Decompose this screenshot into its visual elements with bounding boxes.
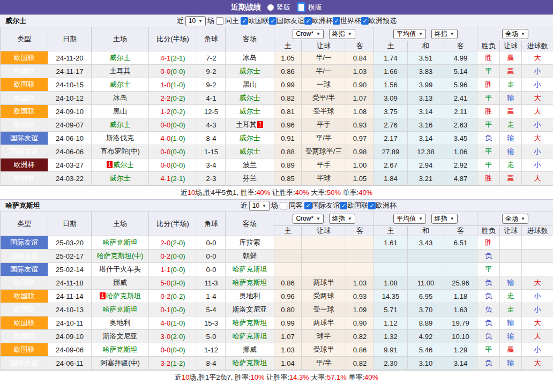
score-cell: 2-2(0-2) (149, 92, 197, 105)
league-checkbox[interactable]: ✓ (241, 17, 248, 25)
avg-away-odds: 1.29 (444, 343, 477, 357)
result-handicap: 赢 (500, 65, 522, 78)
score-cell: 0-0(0-0) (149, 159, 197, 172)
league-checkbox-label: 欧洲杯 (376, 201, 397, 210)
col-header-type: 类型 (1, 212, 48, 236)
sub-header-outcome: 胜负 (477, 41, 500, 51)
match-row: 欧国联 24-11-14 1哈萨克斯坦 0-2(0-2) 1-4 奥地利 0.9… (1, 290, 553, 303)
odds-handicap-line: 两球半 (302, 316, 346, 330)
league-type-cell: 欧国联 (1, 78, 48, 92)
same-venue-checkbox[interactable] (280, 202, 287, 209)
match-row: 国际友谊 24-06-10 斯洛伐克 4-0(1-0) 8-4 威尔士 0.91… (1, 132, 553, 145)
league-checkbox[interactable]: ✓ (304, 17, 312, 25)
near-label: 近 (241, 201, 248, 210)
result-goals: 大 (522, 132, 553, 145)
filters-bar: 近 10▼ 场 同主 ✓欧国联✓国际友谊✓欧洲杯✓世界杯✓欧洲预选 (177, 16, 553, 26)
away-team: 威尔士 (226, 105, 274, 118)
odds-source-select[interactable]: Crow*▼ (293, 29, 324, 39)
result-goals: 大 (522, 105, 553, 118)
layout-radio-horizontal[interactable]: 横版 (297, 2, 322, 12)
home-team: 斯洛文尼亚 (92, 330, 149, 343)
score-cell: 0-1(0-0) (149, 303, 197, 316)
odds-home: 1.07 (274, 330, 302, 343)
rank-1-badge: 1 (257, 121, 263, 128)
odds-handicap-line: 半/一 (302, 51, 346, 65)
avg-away-odds (444, 250, 477, 263)
corner-cell: 5-4 (197, 303, 226, 316)
recent-count-select[interactable]: 10▼ (185, 16, 206, 26)
odds-handicap-line: 受两球 (302, 290, 346, 303)
avg-source-select[interactable]: 平均值▼ (393, 29, 426, 39)
league-checkbox[interactable]: ✓ (269, 17, 276, 25)
col-header-date: 日期 (48, 212, 92, 236)
odds-home: 0.89 (274, 159, 302, 172)
same-venue-checkbox[interactable] (216, 17, 223, 25)
odds-home: 1.05 (274, 51, 302, 65)
corner-cell: 7-2 (197, 51, 226, 65)
odds-away: 1.00 (346, 159, 374, 172)
result-goals: 大 (522, 357, 553, 370)
away-team: 威尔士 (226, 132, 274, 145)
away-team: 波兰 (226, 159, 274, 172)
odds-handicap-line (302, 236, 346, 250)
odds-home: 0.80 (274, 303, 302, 316)
odds-kind-select[interactable]: 终指▼ (329, 29, 355, 39)
result-handicap: 输 (500, 132, 522, 145)
odds-away: 0.84 (346, 51, 374, 65)
league-checkbox[interactable]: ✓ (368, 202, 376, 209)
score-cell: 0-0(0-0) (149, 343, 197, 357)
sub-header-avg-home: 主 (374, 41, 408, 51)
league-checkbox[interactable]: ✓ (361, 17, 369, 25)
league-checkbox[interactable]: ✓ (304, 202, 312, 209)
match-row: 欧国联 24-11-17 土耳其 0-0(0-0) 9-2 威尔士 0.86 半… (1, 65, 553, 78)
avg-home-odds: 1.08 (374, 276, 408, 290)
home-team: 1哈萨克斯坦 (92, 290, 149, 303)
sub-header-goals: 进球数 (522, 226, 553, 236)
match-date: 24-10-15 (48, 78, 92, 92)
league-checkbox-label: 欧洲预选 (369, 16, 397, 26)
scope-select[interactable]: 全场▼ (502, 214, 528, 224)
result-handicap: 输 (500, 316, 522, 330)
radio-icon[interactable] (267, 4, 274, 11)
match-date: 24-03-22 (48, 172, 92, 185)
match-date: 24-11-17 (48, 65, 92, 78)
league-filter-group: ✓国际友谊✓欧国联✓欧洲杯 (304, 201, 397, 210)
home-team: 冰岛 (92, 92, 149, 105)
radio-icon-selected[interactable] (297, 2, 305, 12)
odds-home: 1.03 (274, 343, 302, 357)
odds-handicap-line (302, 263, 346, 276)
score-cell: 0-2(0-2) (149, 290, 197, 303)
avg-source-select[interactable]: 平均值▼ (393, 214, 426, 224)
match-row: 欧国联 24-09-10 黑山 1-2(0-2) 12-5 威尔士 0.81 受… (1, 105, 553, 118)
avg-away-odds: 1.06 (444, 145, 477, 159)
home-team: 威尔士 (92, 172, 149, 185)
odds-home (274, 236, 302, 250)
result-handicap: 走 (500, 303, 522, 316)
score-cell: 1-0(1-0) (149, 78, 197, 92)
league-type-cell: 欧国联 (1, 330, 48, 343)
odds-handicap-line: 受球半 (302, 343, 346, 357)
scope-select[interactable]: 全场▼ (502, 29, 528, 39)
result-outcome: 负 (477, 316, 500, 330)
result-goals: 小 (522, 65, 553, 78)
layout-radio-vertical[interactable]: 竖版 (267, 3, 290, 12)
avg-kind-select[interactable]: 终指▼ (431, 29, 458, 39)
odds-kind-select[interactable]: 终指▼ (329, 214, 355, 224)
score-cell: 1-2(0-2) (149, 105, 197, 118)
result-handicap: 赢 (500, 105, 522, 118)
match-row: 欧国联 24-11-20 威尔士 4-1(2-1) 7-2 冰岛 1.05 半/… (1, 51, 553, 65)
avg-kind-select[interactable]: 终指▼ (431, 214, 458, 224)
home-team: 斯洛伐克 (92, 132, 149, 145)
result-handicap: 输 (500, 330, 522, 343)
league-checkbox[interactable]: ✓ (340, 202, 347, 209)
league-checkbox[interactable]: ✓ (333, 17, 340, 25)
result-goals: 大 (522, 51, 553, 65)
avg-home-odds: 2.30 (374, 357, 408, 370)
match-date: 25-03-20 (48, 236, 92, 250)
away-team: 哈萨克斯坦 (226, 263, 274, 276)
odds-group-header: Crow*▼ 终指▼ (274, 27, 374, 41)
recent-count-select[interactable]: 10▼ (249, 201, 270, 211)
odds-source-select[interactable]: Crow*▼ (293, 214, 324, 224)
avg-home-odds: 2.67 (374, 159, 408, 172)
team-section-kazakhstan: 哈萨克斯坦 近 10▼ 场 同客 ✓国际友谊✓欧国联✓欧洲杯 类型 日期 主场 … (0, 199, 553, 384)
